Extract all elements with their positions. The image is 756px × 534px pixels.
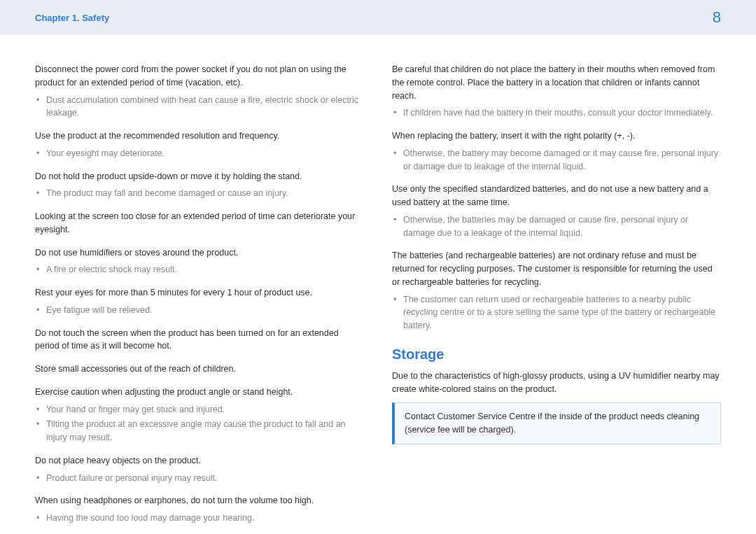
left-column: Disconnect the power cord from the power… xyxy=(35,63,364,534)
storage-note-box: Contact Customer Service Centre if the i… xyxy=(392,402,721,444)
safety-text: Do not use humidifiers or stoves around … xyxy=(35,246,364,260)
safety-section: Store small accessories out of the reach… xyxy=(35,363,364,376)
safety-bullet: Having the sound too loud may damage you… xyxy=(46,512,364,525)
safety-text: Looking at the screen too close for an e… xyxy=(35,210,364,237)
safety-text: Store small accessories out of the reach… xyxy=(35,363,364,376)
safety-section: The batteries (and rechargeable batterie… xyxy=(392,249,721,332)
safety-bullet: Product failure or personal injury may r… xyxy=(46,472,364,485)
storage-heading: Storage xyxy=(392,346,721,363)
safety-text: When replacing the battery, insert it wi… xyxy=(392,129,721,143)
chapter-title: Chapter 1. Safety xyxy=(35,13,109,23)
safety-bullet: Otherwise, the batteries may be damaged … xyxy=(403,213,721,240)
safety-bullet: Dust accumulation combined with heat can… xyxy=(46,94,364,120)
safety-text: When using headphones or earphones, do n… xyxy=(35,494,364,507)
page-number: 8 xyxy=(713,8,721,27)
safety-text: Do not place heavy objects on the produc… xyxy=(35,454,364,468)
page-header: Chapter 1. Safety 8 xyxy=(0,0,756,35)
right-column: Be careful that children do not place th… xyxy=(392,63,721,534)
safety-section: Be careful that children do not place th… xyxy=(392,63,721,120)
safety-bullet: Eye fatigue will be relieved. xyxy=(46,304,364,317)
safety-section: Looking at the screen too close for an e… xyxy=(35,210,364,237)
safety-section: Do not hold the product upside-down or m… xyxy=(35,170,364,201)
safety-bullet: Your hand or finger may get stuck and in… xyxy=(46,403,364,416)
storage-note-text: Contact Customer Service Centre if the i… xyxy=(405,410,710,437)
safety-bullet: Tilting the product at an excessive angl… xyxy=(46,418,364,444)
safety-text: The batteries (and rechargeable batterie… xyxy=(392,249,721,288)
safety-text: Exercise caution when adjusting the prod… xyxy=(35,386,364,399)
safety-bullet: Otherwise, the battery may become damage… xyxy=(403,147,721,174)
safety-text: Do not hold the product upside-down or m… xyxy=(35,170,364,183)
safety-section: Use only the specified standardized batt… xyxy=(392,183,721,239)
safety-text: Use only the specified standardized batt… xyxy=(392,183,721,209)
safety-text: Disconnect the power cord from the power… xyxy=(35,63,364,90)
safety-section: When replacing the battery, insert it wi… xyxy=(392,129,721,173)
safety-bullet: The product may fall and become damaged … xyxy=(46,187,364,200)
safety-section: Do not use humidifiers or stoves around … xyxy=(35,246,364,277)
safety-text: Be careful that children do not place th… xyxy=(392,63,721,102)
safety-bullet: The customer can return used or recharge… xyxy=(403,293,721,332)
safety-text: Rest your eyes for more than 5 minutes f… xyxy=(35,286,364,300)
safety-section: Disconnect the power cord from the power… xyxy=(35,63,364,120)
safety-section: Exercise caution when adjusting the prod… xyxy=(35,386,364,444)
safety-section: Use the product at the recommended resol… xyxy=(35,129,364,160)
safety-text: Do not touch the screen when the product… xyxy=(35,327,364,353)
page-content: Disconnect the power cord from the power… xyxy=(0,35,756,534)
safety-text: Use the product at the recommended resol… xyxy=(35,129,364,143)
safety-bullet: A fire or electric shock may result. xyxy=(46,263,364,276)
storage-text: Due to the characteristics of high-gloss… xyxy=(392,370,721,396)
safety-section: Do not touch the screen when the product… xyxy=(35,327,364,353)
safety-section: Rest your eyes for more than 5 minutes f… xyxy=(35,286,364,317)
safety-section: Do not place heavy objects on the produc… xyxy=(35,454,364,485)
safety-bullet: Your eyesight may deteriorate. xyxy=(46,147,364,160)
safety-bullet: If children have had the battery in thei… xyxy=(403,106,721,120)
safety-section: When using headphones or earphones, do n… xyxy=(35,494,364,525)
